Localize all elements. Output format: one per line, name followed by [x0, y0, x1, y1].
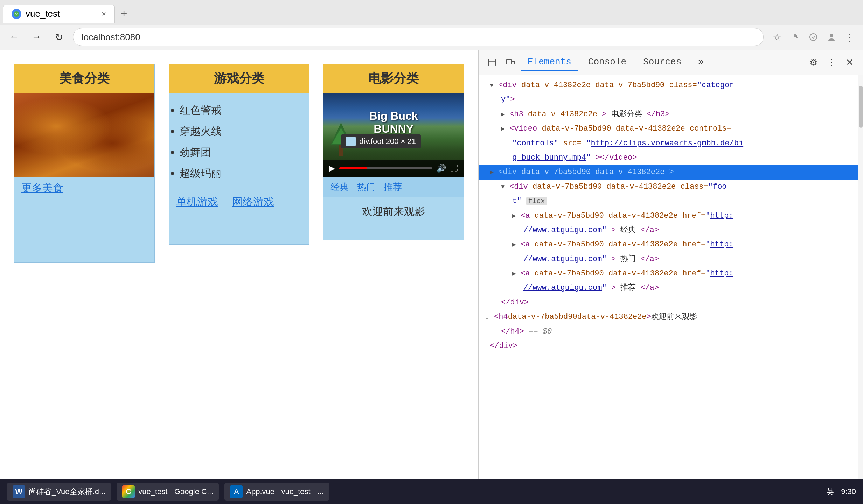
tree-line-3c[interactable]: g_buck_bunny.mp4" ></video> [479, 150, 863, 165]
tree-line-4[interactable]: ▶ <div data-v-7ba5bd90 data-v-41382e2e > [479, 165, 863, 179]
tree-line-5b[interactable]: t" flex [479, 194, 863, 208]
elements-tab[interactable]: Elements [521, 54, 578, 71]
tree-line-1b[interactable]: y"> [479, 92, 863, 107]
console-tab[interactable]: Console [581, 54, 633, 71]
tree-triangle-1[interactable]: ▼ [490, 82, 494, 89]
tree-line-3[interactable]: ▶ <video data-v-7ba5bd90 data-v-41382e2e… [479, 121, 863, 136]
forward-button[interactable]: → [28, 29, 45, 46]
devtools-panel: Elements Console Sources » ⚙ ⋮ ✕ ▼ <div … [478, 50, 863, 504]
tree-triangle-7[interactable]: ▶ [512, 241, 516, 248]
tab-title: vue_test [26, 8, 60, 19]
taskbar-ime: 英 [826, 486, 834, 497]
responsive-design-button[interactable] [502, 55, 518, 70]
tree-triangle-4[interactable]: ▶ [490, 169, 494, 176]
movie-links: 经典 热门 推荐 [330, 181, 402, 193]
tree-triangle-8[interactable]: ▶ [512, 270, 516, 277]
game-list: 红色警戒 穿越火线 劲舞团 超级玛丽 [169, 93, 309, 191]
tree-line-7[interactable]: ▶ <a data-v-7ba5bd90 data-v-41382e2e hre… [479, 237, 863, 252]
tree-triangle-3[interactable]: ▶ [501, 125, 505, 132]
online-game-link[interactable]: 网络游戏 [232, 195, 274, 209]
classic-link[interactable]: 经典 [330, 181, 349, 193]
chrome-icon: C [122, 485, 135, 498]
bbb-title: Big BuckBUNNY [369, 110, 418, 135]
tree-line-8[interactable]: ▶ <a data-v-7ba5bd90 data-v-41382e2e hre… [479, 266, 863, 281]
browser-tab-active[interactable]: V vue_test × [3, 5, 115, 23]
recommended-link[interactable]: 推荐 [384, 181, 402, 193]
food-card-header: 美食分类 [14, 64, 154, 93]
video-controls: ▶ 🔊 ⛶ [323, 160, 464, 177]
three-dots: … [479, 311, 494, 323]
new-tab-button[interactable]: + [115, 5, 133, 23]
back-button[interactable]: ← [6, 29, 22, 46]
food-card-image [14, 93, 154, 177]
movie-card-header: 电影分类 [323, 64, 464, 93]
tab-favicon: V [12, 9, 21, 19]
svg-rect-9 [512, 61, 515, 64]
inspect-element-button[interactable] [484, 55, 500, 70]
taskbar-vscode[interactable]: A App.vue - vue_test - ... [224, 483, 329, 501]
game-item-3: 劲舞团 [180, 142, 299, 163]
devtools-settings-button[interactable]: ⚙ [806, 55, 821, 70]
video-progress[interactable] [339, 167, 432, 169]
vscode-icon: A [230, 485, 243, 498]
more-menu-icon[interactable]: ⋮ [842, 29, 857, 45]
address-bar[interactable]: localhost:8080 [73, 28, 764, 46]
svg-text:V: V [15, 12, 18, 16]
svg-rect-7 [488, 59, 495, 66]
bookmark-icon[interactable]: ☆ [769, 29, 785, 45]
taskbar-word[interactable]: W 尚硅谷_Vue全家桶.d... [7, 483, 111, 501]
game-card: 游戏分类 红色警戒 穿越火线 劲舞团 超级玛丽 单机游戏 网络游戏 [169, 64, 309, 245]
elements-panel: ▼ <div data-v-41382e2e data-v-7ba5bd90 c… [479, 75, 863, 504]
tree-line-3b[interactable]: "controls" src= "http://clips.vorwaerts-… [479, 136, 863, 150]
url-text: localhost:8080 [82, 32, 140, 43]
taskbar: W 尚硅谷_Vue全家桶.d... C vue_test - Google C.… [0, 479, 863, 504]
more-tabs-button[interactable]: » [691, 54, 711, 71]
tree-line-6b[interactable]: //www.atguigu.com" > 经典 </a> [479, 223, 863, 237]
nav-bar: ← → ↻ localhost:8080 ☆ ⋮ [0, 24, 863, 50]
tree-line-5[interactable]: ▼ <div data-v-7ba5bd90 data-v-41382e2e c… [479, 180, 863, 194]
tree-triangle-2[interactable]: ▶ [501, 111, 505, 118]
play-button[interactable]: ▶ [329, 164, 335, 173]
single-player-link[interactable]: 单机游戏 [176, 195, 218, 209]
tree-line-7b[interactable]: //www.atguigu.com" > 热门 </a> [479, 252, 863, 266]
tree-line-1[interactable]: ▼ <div data-v-41382e2e data-v-7ba5bd90 c… [479, 78, 863, 92]
game-card-header: 游戏分类 [169, 64, 309, 93]
game-card-extra [169, 216, 309, 244]
volume-button[interactable]: 🔊 [437, 164, 446, 173]
sources-tab[interactable]: Sources [636, 54, 688, 71]
tab-close-button[interactable]: × [102, 9, 106, 19]
progress-fill [339, 167, 367, 169]
tree-line-6[interactable]: ▶ <a data-v-7ba5bd90 data-v-41382e2e hre… [479, 209, 863, 223]
food-more-link[interactable]: 更多美食 [14, 177, 154, 200]
main-container: 美食分类 更多美食 游戏分类 红色警戒 穿越火线 劲舞团 超级玛丽 [0, 50, 863, 504]
word-icon: W [13, 485, 25, 498]
svg-point-3 [830, 34, 833, 37]
taskbar-chrome[interactable]: C vue_test - Google C... [117, 483, 219, 501]
tree-line-9[interactable]: </div> [479, 295, 863, 310]
tree-line-2[interactable]: ▶ <h3 data-v-41382e2e > 电影分类 </h3> [479, 107, 863, 121]
profile-icon[interactable] [824, 29, 839, 45]
nav-icons: ☆ ⋮ [769, 29, 857, 45]
popular-link[interactable]: 热门 [357, 181, 375, 193]
tree-line-dots[interactable]: … <h4 data-v-7ba5bd90 data-v-41382e2e > … [479, 310, 863, 324]
devtools-scrollbar[interactable] [858, 75, 863, 504]
tooltip: div.foot 200 × 21 [341, 134, 421, 148]
extension1-icon[interactable] [787, 29, 803, 45]
devtools-close-button[interactable]: ✕ [842, 55, 857, 70]
fullscreen-button[interactable]: ⛶ [450, 164, 458, 173]
taskbar-right: 英 9:30 [826, 486, 856, 497]
tab-bar: V vue_test × + [0, 0, 863, 24]
tree-line-11[interactable]: </div> [479, 339, 863, 353]
tree-line-8b[interactable]: //www.atguigu.com" > 推荐 </a> [479, 281, 863, 295]
devtools-scroll-thumb [859, 86, 863, 128]
tree-triangle-6[interactable]: ▶ [512, 212, 516, 219]
refresh-button[interactable]: ↻ [50, 29, 67, 46]
game-item-2: 穿越火线 [180, 121, 299, 142]
tree-triangle-5[interactable]: ▼ [501, 183, 505, 190]
extension2-icon[interactable] [806, 29, 821, 45]
devtools-more-button[interactable]: ⋮ [824, 55, 839, 70]
movie-welcome: 欢迎前来观影 [323, 197, 464, 226]
game-item-1: 红色警戒 [180, 100, 299, 121]
tree-line-10b[interactable]: </h4> == $0 [479, 324, 863, 339]
devtools-toolbar: Elements Console Sources » ⚙ ⋮ ✕ [479, 50, 863, 75]
